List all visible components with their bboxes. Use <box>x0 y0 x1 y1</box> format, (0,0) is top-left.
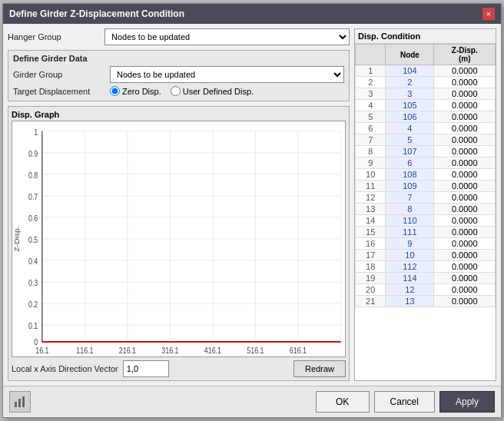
cell-row-num: 17 <box>356 250 386 261</box>
svg-text:1: 1 <box>34 128 38 137</box>
cell-z-disp: 0.0000 <box>434 157 496 169</box>
define-girder-section: Define Girder Data Girder Group Nodes to… <box>8 50 350 101</box>
svg-text:0.9: 0.9 <box>28 149 38 158</box>
table-row[interactable]: 111090.0000 <box>356 181 496 192</box>
dialog: Define Girder Z-Displacement Condition ×… <box>2 3 502 418</box>
table-row[interactable]: 181120.0000 <box>356 261 496 273</box>
table-row[interactable]: 51060.0000 <box>356 111 496 123</box>
apply-button[interactable]: Apply <box>439 391 495 413</box>
cell-node: 9 <box>386 238 434 250</box>
displacement-radio-group: Zero Disp. User Defined Disp. <box>110 86 254 96</box>
svg-text:316.1: 316.1 <box>161 346 178 356</box>
table-row[interactable]: 81070.0000 <box>356 146 496 157</box>
table-row[interactable]: 141100.0000 <box>356 215 496 227</box>
cell-row-num: 10 <box>356 169 386 181</box>
disp-table: Node Z-Disp.(m) 11040.0000220.0000330.00… <box>355 44 496 307</box>
cell-z-disp: 0.0000 <box>434 238 496 250</box>
cell-z-disp: 0.0000 <box>434 146 496 157</box>
table-row[interactable]: 41050.0000 <box>356 100 496 111</box>
right-panel: Disp. Condition Node Z-Disp.(m) 11040.00… <box>354 28 496 381</box>
table-row[interactable]: 1380.0000 <box>356 204 496 215</box>
svg-text:516.1: 516.1 <box>247 346 264 356</box>
cancel-button[interactable]: Cancel <box>374 391 435 413</box>
cell-node: 107 <box>386 146 434 157</box>
define-girder-label: Define Girder Data <box>13 54 344 63</box>
table-row[interactable]: 220.0000 <box>356 77 496 88</box>
col-header-z: Z-Disp.(m) <box>434 45 496 65</box>
disp-graph-section: Disp. Graph <box>8 106 350 381</box>
close-button[interactable]: × <box>482 8 495 20</box>
svg-rect-43 <box>18 399 21 407</box>
cell-row-num: 21 <box>356 296 386 307</box>
table-row[interactable]: 330.0000 <box>356 88 496 100</box>
user-defined-label: User Defined Disp. <box>183 87 254 96</box>
svg-text:0.6: 0.6 <box>28 214 38 223</box>
disp-graph-title: Disp. Graph <box>12 110 346 119</box>
svg-text:0.2: 0.2 <box>28 300 38 310</box>
cell-z-disp: 0.0000 <box>434 100 496 111</box>
svg-text:0.3: 0.3 <box>28 279 38 288</box>
table-row[interactable]: 640.0000 <box>356 123 496 134</box>
target-displacement-row: Target Displacement Zero Disp. User Defi… <box>13 86 344 96</box>
svg-text:0.5: 0.5 <box>28 236 38 245</box>
user-defined-radio[interactable] <box>171 86 181 96</box>
svg-text:116.1: 116.1 <box>76 346 93 356</box>
svg-text:0.8: 0.8 <box>28 171 38 180</box>
girder-group-row: Girder Group Nodes to be updated <box>13 66 344 83</box>
svg-text:16.1: 16.1 <box>35 346 48 356</box>
zero-disp-radio[interactable] <box>110 86 120 96</box>
cell-node: 112 <box>386 261 434 273</box>
table-row[interactable]: 17100.0000 <box>356 250 496 261</box>
cell-node: 109 <box>386 181 434 192</box>
svg-text:616.1: 616.1 <box>290 346 307 356</box>
cell-node: 13 <box>386 296 434 307</box>
table-row[interactable]: 101080.0000 <box>356 169 496 181</box>
zero-disp-radio-label[interactable]: Zero Disp. <box>110 86 161 96</box>
table-row[interactable]: 20120.0000 <box>356 284 496 296</box>
table-row[interactable]: 750.0000 <box>356 134 496 146</box>
cell-z-disp: 0.0000 <box>434 123 496 134</box>
chart-icon <box>9 391 31 413</box>
cell-row-num: 4 <box>356 100 386 111</box>
table-row[interactable]: 1270.0000 <box>356 192 496 204</box>
table-row[interactable]: 151110.0000 <box>356 227 496 238</box>
table-row[interactable]: 1690.0000 <box>356 238 496 250</box>
cell-z-disp: 0.0000 <box>434 273 496 284</box>
cell-z-disp: 0.0000 <box>434 284 496 296</box>
cell-row-num: 12 <box>356 192 386 204</box>
svg-text:0.7: 0.7 <box>28 192 38 201</box>
cell-node: 104 <box>386 65 434 77</box>
cell-node: 6 <box>386 157 434 169</box>
girder-group-select[interactable]: Nodes to be updated <box>110 66 344 83</box>
table-row[interactable]: 21130.0000 <box>356 296 496 307</box>
cell-node: 110 <box>386 215 434 227</box>
cell-row-num: 7 <box>356 134 386 146</box>
local-axis-input[interactable] <box>123 360 169 377</box>
ok-button[interactable]: OK <box>316 391 370 413</box>
table-row[interactable]: 11040.0000 <box>356 65 496 77</box>
title-bar: Define Girder Z-Displacement Condition × <box>3 4 501 24</box>
hanger-group-select[interactable]: Nodes to be updated <box>104 28 350 45</box>
girder-group-label: Girder Group <box>13 70 105 79</box>
cell-node: 4 <box>386 123 434 134</box>
redraw-button[interactable]: Redraw <box>293 360 346 377</box>
cell-row-num: 20 <box>356 284 386 296</box>
cell-z-disp: 0.0000 <box>434 169 496 181</box>
cell-z-disp: 0.0000 <box>434 215 496 227</box>
cell-z-disp: 0.0000 <box>434 227 496 238</box>
table-row[interactable]: 191140.0000 <box>356 273 496 284</box>
hanger-group-row: Hanger Group Nodes to be updated <box>8 28 350 45</box>
cell-row-num: 18 <box>356 261 386 273</box>
local-axis-label: Local x Axis Direction Vector <box>12 364 118 373</box>
svg-text:Z-Disp.: Z-Disp. <box>13 227 21 252</box>
svg-text:416.1: 416.1 <box>204 346 221 356</box>
user-defined-radio-label[interactable]: User Defined Disp. <box>171 86 254 96</box>
cell-row-num: 11 <box>356 181 386 192</box>
cell-node: 8 <box>386 204 434 215</box>
button-bar: OK Cancel Apply <box>3 386 501 417</box>
cell-z-disp: 0.0000 <box>434 261 496 273</box>
cell-z-disp: 0.0000 <box>434 65 496 77</box>
table-container[interactable]: Node Z-Disp.(m) 11040.0000220.0000330.00… <box>355 44 496 380</box>
table-row[interactable]: 960.0000 <box>356 157 496 169</box>
cell-node: 2 <box>386 77 434 88</box>
